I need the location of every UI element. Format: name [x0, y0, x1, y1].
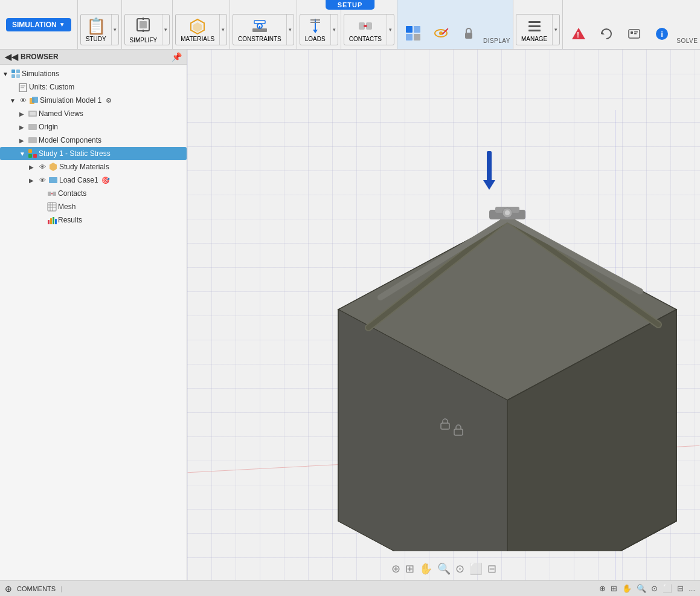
simplify-dropdown-arrow[interactable]: ▾	[162, 15, 169, 45]
svg-rect-25	[442, 28, 448, 34]
setup-tab[interactable]: SETUP	[326, 0, 375, 10]
svg-rect-40	[16, 70, 20, 73]
units-label: Units: Custom	[29, 83, 74, 91]
zoom-icon[interactable]: 🔍	[437, 562, 451, 575]
fit-status-icon[interactable]: ⊙	[651, 584, 658, 593]
view-cube-icon[interactable]: ⬜	[469, 562, 483, 575]
display-grid-button[interactable]	[400, 22, 426, 45]
named-views-label: Named Views	[39, 109, 83, 118]
plus-icon[interactable]: ⊕	[5, 584, 12, 594]
load-case1-target-icon[interactable]: 🎯	[101, 175, 111, 185]
tree-item-study1[interactable]: ▼ Study 1 - Static Stress	[0, 147, 187, 160]
fit-icon[interactable]: ⊙	[455, 562, 464, 575]
svg-rect-36	[634, 33, 637, 34]
browser-collapse-icon[interactable]: ◀◀	[5, 52, 18, 62]
solve-warning-icon: !	[571, 26, 586, 43]
constraints-button[interactable]: CONSTRAINTS ▾	[233, 14, 294, 45]
svg-rect-58	[48, 192, 51, 196]
zoom-status-icon[interactable]: 🔍	[637, 584, 646, 593]
loads-main-btn[interactable]: LOADS	[300, 15, 330, 45]
manage-button[interactable]: MANAGE ▾	[516, 14, 560, 45]
solve-warning-button[interactable]: !	[565, 24, 592, 45]
sim-model-settings-icon[interactable]: ⚙	[104, 96, 114, 105]
statusbar: ⊕ COMMENTS | ⊕ ⊞ ✋ 🔍 ⊙ ⬜ ⊟ ...	[0, 580, 700, 596]
box-status-icon[interactable]: ⬜	[663, 584, 672, 593]
grid-icon[interactable]: ⊟	[487, 562, 496, 575]
tree-item-model-components[interactable]: ▶ Model Components	[0, 134, 187, 147]
sim-model-eye-icon[interactable]: 👁	[18, 96, 28, 105]
mesh-label: Mesh	[58, 202, 75, 211]
tree-item-units[interactable]: ▶ Units: Custom	[0, 80, 187, 94]
study-button[interactable]: 📋 STUDY ▾	[80, 14, 119, 45]
load-case1-eye-icon[interactable]: 👁	[37, 175, 47, 185]
pan-icon[interactable]: ⊞	[405, 562, 414, 575]
tree-item-results[interactable]: ▶ Results	[0, 213, 187, 227]
contacts-dropdown-arrow[interactable]: ▾	[387, 15, 394, 45]
tree-item-mesh[interactable]: ▶ Mesh	[0, 200, 187, 213]
constraints-dropdown-arrow[interactable]: ▾	[286, 15, 294, 45]
study-materials-icon	[48, 162, 58, 172]
manage-icon	[526, 18, 543, 36]
solve-section: !	[563, 0, 700, 49]
simplify-main-btn[interactable]: SIMPLIFY	[125, 14, 162, 45]
loads-dropdown-arrow[interactable]: ▾	[330, 15, 338, 45]
more-status-icon[interactable]: ...	[689, 584, 695, 593]
3d-model	[320, 158, 695, 551]
manage-main-btn[interactable]: MANAGE	[516, 15, 552, 45]
study-dropdown-arrow[interactable]: ▾	[111, 15, 118, 45]
display-lock-button[interactable]	[455, 22, 482, 45]
browser-header: ◀◀ BROWSER 📌	[0, 50, 187, 65]
browser-pin-icon[interactable]: 📌	[172, 52, 182, 62]
constraints-main-btn[interactable]: CONSTRAINTS	[233, 15, 286, 45]
svg-marker-56	[50, 163, 57, 171]
tree-item-study-materials[interactable]: ▶ 👁 Study Materials	[0, 160, 187, 173]
solve-refresh-button[interactable]	[593, 24, 620, 45]
tree-item-simulations[interactable]: ▼ Simulations	[0, 67, 187, 80]
tree-item-named-views[interactable]: ▶ Named Views	[0, 107, 187, 120]
tree-item-origin[interactable]: ▶ Origin	[0, 120, 187, 134]
materials-section: MATERIALS ▾	[173, 0, 230, 49]
contacts-label: CONTACTS	[349, 36, 382, 42]
simplify-button[interactable]: SIMPLIFY ▾	[124, 14, 170, 45]
contacts-main-btn[interactable]: CONTACTS	[344, 15, 387, 45]
tree-item-load-case1[interactable]: ▶ 👁 Load Case1 🎯	[0, 173, 187, 187]
study-main-btn[interactable]: 📋 STUDY	[81, 15, 111, 45]
coord-icon[interactable]: ⊕	[599, 584, 606, 593]
materials-dropdown-arrow[interactable]: ▾	[219, 15, 226, 45]
study-materials-eye-icon[interactable]: 👁	[37, 162, 47, 172]
solve-info-button[interactable]: i	[649, 24, 675, 45]
pan-status-icon[interactable]: ✋	[622, 584, 632, 593]
simplify-section: SIMPLIFY ▾	[122, 0, 173, 49]
manage-dropdown-arrow[interactable]: ▾	[552, 15, 559, 45]
viewport-controls: ⊕ ⊞ ✋ 🔍 ⊙ ⬜ ⊟	[391, 562, 496, 575]
solve-cloud-button[interactable]	[621, 24, 647, 45]
viewport-toolbar-right: ⊕ ⊞ ✋ 🔍 ⊙ ⬜ ⊟ ...	[599, 584, 695, 593]
materials-button[interactable]: MATERIALS ▾	[175, 14, 227, 45]
materials-main-btn[interactable]: MATERIALS	[176, 15, 219, 45]
simplify-icon	[135, 16, 152, 37]
display-eye-button[interactable]	[428, 22, 454, 45]
materials-icon	[189, 18, 206, 36]
svg-rect-27	[528, 21, 541, 23]
tree-item-contacts[interactable]: ▶ Contacts	[0, 187, 187, 200]
loads-button[interactable]: LOADS ▾	[300, 14, 338, 45]
contacts-button[interactable]: CONTACTS ▾	[344, 14, 394, 45]
3d-viewport[interactable]: ⊕ ⊞ ✋ 🔍 ⊙ ⬜ ⊟	[187, 50, 700, 580]
svg-rect-53	[33, 149, 37, 153]
svg-marker-5	[193, 22, 202, 32]
move-icon[interactable]: ⊕	[391, 562, 400, 575]
hand-icon[interactable]: ✋	[419, 562, 432, 575]
svg-rect-22	[414, 34, 420, 40]
display-grid-icon	[405, 25, 422, 43]
comments-label: COMMENTS	[17, 585, 56, 592]
materials-label: MATERIALS	[181, 36, 214, 42]
tree-item-simulation-model[interactable]: ▼ 👁 Simulation Model 1 ⚙	[0, 94, 187, 107]
loads-label: LOADS	[305, 36, 326, 42]
grid-toggle-icon[interactable]: ⊞	[611, 584, 617, 593]
svg-rect-50	[28, 124, 37, 130]
svg-rect-52	[28, 149, 32, 153]
svg-rect-28	[528, 25, 541, 27]
grid-status-icon[interactable]: ⊟	[677, 584, 684, 593]
svg-rect-21	[406, 34, 413, 40]
simulation-button[interactable]: SIMULATION ▼	[6, 18, 71, 31]
